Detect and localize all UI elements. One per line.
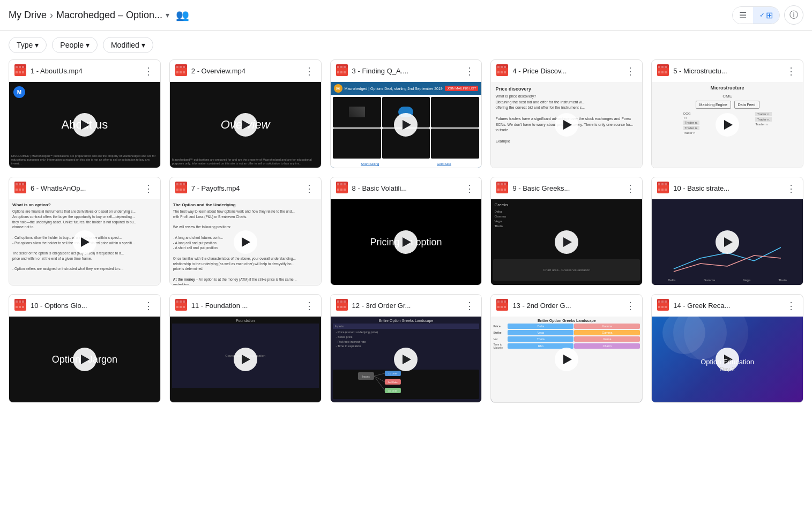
card-menu-button[interactable]: ⋮: [142, 65, 155, 78]
card-title: 14 - Greek Reca...: [673, 302, 780, 310]
card-menu-button[interactable]: ⋮: [463, 65, 476, 78]
video-card-10[interactable]: 10 - Basic strate... ⋮ DeltaGammaVegaThe…: [651, 177, 803, 285]
card-menu-button[interactable]: ⋮: [142, 182, 155, 195]
svg-rect-35: [661, 66, 664, 68]
svg-rect-31: [504, 71, 506, 73]
video-card-5[interactable]: 5 - Microstructu... ⋮ Microstructure CME…: [651, 59, 803, 168]
svg-rect-77: [658, 189, 660, 191]
svg-rect-36: [665, 66, 667, 68]
svg-line-112: [374, 373, 384, 376]
svg-rect-15: [183, 71, 185, 73]
svg-rect-76: [665, 183, 667, 185]
card-thumbnail[interactable]: Microstructure CME Matching Engine Data …: [652, 82, 803, 168]
play-button[interactable]: [234, 230, 257, 254]
svg-rect-42: [16, 183, 18, 185]
video-card-15[interactable]: 14 - Greek Reca... ⋮ Option Education Da…: [651, 294, 803, 403]
info-button[interactable]: ⓘ: [784, 5, 803, 25]
play-button[interactable]: [234, 348, 257, 371]
svg-rect-29: [497, 71, 500, 73]
card-menu-button[interactable]: ⋮: [624, 299, 637, 312]
svg-rect-5: [16, 71, 18, 73]
card-thumbnail[interactable]: M About us DISCLAIMER | Macrohedged™ pub…: [9, 82, 160, 168]
svg-rect-54: [180, 189, 182, 191]
play-button[interactable]: [394, 230, 418, 254]
video-card-1[interactable]: 1 - AboutUs.mp4 ⋮ M About us DISCLAIMER …: [9, 59, 161, 168]
svg-rect-6: [19, 71, 21, 73]
type-filter-button[interactable]: Type ▾: [9, 37, 47, 53]
play-button[interactable]: [73, 113, 96, 137]
card-thumbnail[interactable]: Entire Option Greeks Landscape Inputs: -…: [331, 317, 482, 402]
folder-dropdown-icon[interactable]: ▾: [166, 11, 169, 19]
play-button[interactable]: [716, 230, 739, 254]
card-thumbnail[interactable]: DeltaGammaVegaTheta: [652, 199, 803, 285]
play-triangle-icon: [81, 355, 90, 364]
play-triangle-icon: [403, 120, 411, 130]
card-menu-button[interactable]: ⋮: [624, 65, 637, 78]
play-button[interactable]: [555, 230, 578, 254]
card-thumbnail[interactable]: What is an option? Options are financial…: [9, 199, 160, 285]
play-button[interactable]: [73, 230, 96, 254]
card-thumbnail[interactable]: Greeks DeltaGammaVegaTheta Chart area - …: [491, 199, 642, 285]
card-menu-button[interactable]: ⋮: [785, 182, 798, 195]
svg-text:3rd Order: 3rd Order: [388, 389, 398, 392]
play-button[interactable]: [394, 113, 418, 137]
card-title: 4 - Price Discov...: [512, 67, 620, 75]
svg-rect-70: [501, 189, 503, 191]
play-button[interactable]: [716, 113, 739, 137]
video-card-4[interactable]: 4 - Price Discov... ⋮ Price discovery Wh…: [490, 59, 643, 168]
card-menu-button[interactable]: ⋮: [463, 182, 476, 195]
manage-people-button[interactable]: 👥: [173, 5, 192, 25]
card-thumbnail[interactable]: The Option and the Underlying The best w…: [170, 199, 321, 285]
card-menu-button[interactable]: ⋮: [303, 182, 316, 195]
video-card-6[interactable]: 6 - WhatIsAnOp... ⋮ What is an option? O…: [9, 177, 161, 285]
video-card-11[interactable]: 10 - Options Glo... ⋮ Options Jargon: [9, 294, 161, 403]
video-card-7[interactable]: 7 - Payoffs.mp4 ⋮ The Option and the Und…: [169, 177, 322, 285]
video-card-3[interactable]: 3 - Finding Q_A.... ⋮ M Macrohedged | Op…: [330, 59, 482, 168]
my-drive-link[interactable]: My Drive: [9, 10, 47, 21]
svg-line-114: [374, 376, 384, 390]
video-card-8[interactable]: 8 - Basic Volatili... ⋮ Pricing an optio…: [330, 177, 482, 285]
card-thumbnail[interactable]: Foundation Course content visualization: [170, 317, 321, 402]
play-button[interactable]: [234, 113, 257, 137]
card-thumbnail[interactable]: Option Education Day 2: [652, 317, 803, 402]
card-thumbnail[interactable]: M Macrohedged | Options Deal, starting 2…: [331, 82, 482, 168]
grid-view-button[interactable]: ✓ ⊞: [753, 7, 779, 24]
video-card-9[interactable]: 9 - Basic Greeks... ⋮ Greeks DeltaGammaV…: [490, 177, 643, 285]
modified-filter-button[interactable]: Modified ▾: [103, 37, 153, 53]
play-button[interactable]: [394, 348, 418, 371]
card-menu-button[interactable]: ⋮: [785, 65, 798, 78]
current-folder-name: Macrohedged – Option...: [56, 10, 162, 21]
card-header: 6 - WhatIsAnOp... ⋮: [9, 177, 160, 199]
card-thumbnail[interactable]: Pricing an option: [331, 199, 482, 285]
card-menu-button[interactable]: ⋮: [142, 299, 155, 312]
people-filter-button[interactable]: People ▾: [52, 37, 98, 53]
play-triangle-icon: [563, 120, 572, 130]
play-button[interactable]: [555, 348, 578, 371]
play-triangle-icon: [242, 237, 250, 247]
play-button[interactable]: [555, 113, 578, 137]
header: My Drive › Macrohedged – Option... ▾ 👥 ☰…: [0, 0, 812, 31]
video-card-13[interactable]: 12 - 3rd Order Gr... ⋮ Entire Option Gre…: [330, 294, 482, 403]
list-view-button[interactable]: ☰: [733, 7, 753, 24]
card-menu-button[interactable]: ⋮: [624, 182, 637, 195]
video-card-14[interactable]: 13 - 2nd Order G... ⋮ Entire Option Gree…: [490, 294, 643, 403]
card-menu-button[interactable]: ⋮: [303, 299, 316, 312]
card-menu-button[interactable]: ⋮: [463, 299, 476, 312]
video-card-2[interactable]: 2 - Overview.mp4 ⋮ Overview Macrohedged™…: [169, 59, 322, 168]
play-triangle-icon: [242, 120, 250, 130]
svg-rect-37: [658, 71, 660, 73]
play-button[interactable]: [73, 348, 96, 371]
card-menu-button[interactable]: ⋮: [785, 299, 798, 312]
svg-rect-128: [658, 306, 660, 308]
card-thumbnail[interactable]: Overview Macrohedged™ publications are p…: [170, 82, 321, 168]
card-menu-button[interactable]: ⋮: [303, 65, 316, 78]
video-card-12[interactable]: 11 - Foundation ... ⋮ Foundation Course …: [169, 294, 322, 403]
card-header: 8 - Basic Volatili... ⋮: [331, 177, 482, 199]
svg-rect-75: [661, 183, 664, 185]
card-thumbnail[interactable]: Price discovery What is price discovery?…: [491, 82, 642, 168]
play-triangle-icon: [724, 120, 733, 130]
card-header: 12 - 3rd Order Gr... ⋮: [331, 295, 482, 317]
card-title: 8 - Basic Volatili...: [352, 184, 459, 192]
card-thumbnail[interactable]: Entire Option Greeks Landscape Price Del…: [491, 317, 642, 402]
card-thumbnail[interactable]: Options Jargon: [9, 317, 160, 402]
